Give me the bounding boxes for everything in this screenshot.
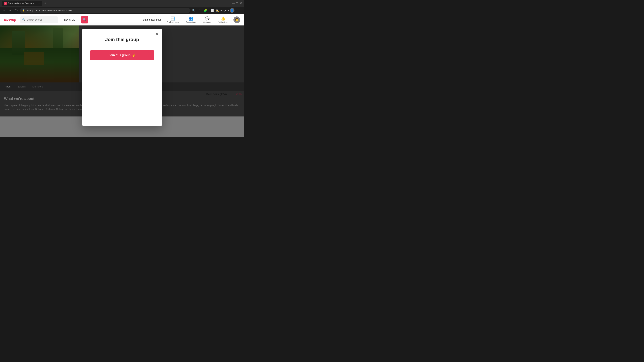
close-icon: ✕ — [156, 32, 158, 36]
join-hand-icon: ☝ — [132, 53, 136, 57]
tab-title: Dover Walkers for Exercise and — [8, 2, 36, 4]
modal-close-button[interactable]: ✕ — [154, 31, 160, 37]
search-input[interactable] — [27, 18, 56, 21]
search-submit-button[interactable]: 🔍 — [81, 16, 88, 23]
join-group-button[interactable]: Join this group ☝ — [90, 50, 154, 60]
extensions-icon[interactable]: 🧩 — [203, 8, 208, 13]
url-input[interactable] — [26, 9, 188, 12]
pro-dashboard-icon: 📊 — [171, 16, 175, 21]
search-bar[interactable]: 🔍 — [20, 16, 58, 23]
user-avatar[interactable]: 🧑 — [234, 16, 240, 23]
bookmark-icon[interactable]: ☆ — [197, 8, 202, 13]
window-controls: — ❐ ✕ — [232, 1, 242, 5]
user-profile-avatar[interactable]: 👤 — [230, 8, 234, 13]
browser-toolbar: ← → ↻ 🔒 🔍 ☆ 🧩 ⬜ 🕵 Incognito 👤 ▾ ⋮ — [0, 7, 244, 14]
profile-switcher-icon[interactable]: ⬜ — [210, 8, 214, 13]
browser-titlebar: Dover Walkers for Exercise and ✕ + — ❐ ✕ — [0, 0, 244, 7]
modal-overlay: ✕ Join this group Join this group ☝ — [0, 25, 244, 137]
profile-dropdown-arrow[interactable]: ▾ — [236, 9, 236, 11]
page-content: meetup 🔍 Dover, DE 🔍 Start a new group 📊… — [0, 14, 244, 137]
tab-favicon — [4, 2, 7, 5]
notifications-nav[interactable]: 🔔 Notifications — [217, 16, 230, 24]
browser-chrome: Dover Walkers for Exercise and ✕ + — ❐ ✕… — [0, 0, 244, 14]
browser-tabs: Dover Walkers for Exercise and ✕ + — [2, 1, 230, 6]
messages-icon: 💬 — [205, 16, 210, 21]
notifications-label: Notifications — [218, 21, 228, 23]
address-bar[interactable]: 🔒 — [20, 8, 190, 13]
browser-menu-button[interactable]: ⋮ — [238, 8, 242, 13]
join-group-modal: ✕ Join this group Join this group ☝ — [82, 29, 162, 126]
tab-close-btn[interactable]: ✕ — [38, 2, 40, 5]
incognito-icon: 🕵 — [216, 9, 219, 12]
search-icon: 🔍 — [22, 18, 26, 21]
refresh-button[interactable]: ↻ — [14, 8, 19, 13]
messages-label: Messages — [203, 21, 211, 23]
close-window-button[interactable]: ✕ — [240, 1, 242, 5]
meetup-header: meetup 🔍 Dover, DE 🔍 Start a new group 📊… — [0, 14, 244, 25]
start-group-button[interactable]: Start a new group — [143, 18, 162, 21]
incognito-badge: 🕵 Incognito — [216, 9, 229, 12]
notifications-icon: 🔔 — [221, 16, 226, 21]
incognito-label: Incognito — [220, 9, 229, 12]
lock-icon: 🔒 — [22, 9, 25, 11]
search-btn-icon: 🔍 — [83, 18, 86, 22]
meetup-logo[interactable]: meetup — [4, 17, 16, 22]
new-tab-btn[interactable]: + — [43, 1, 48, 6]
search-toolbar-icon[interactable]: 🔍 — [192, 8, 196, 13]
connections-icon: 👥 — [189, 16, 193, 21]
messages-nav[interactable]: 💬 Messages — [202, 16, 213, 24]
maximize-button[interactable]: ❐ — [236, 1, 238, 5]
pro-dashboard-label: Pro Dashboard — [167, 21, 179, 23]
connections-nav[interactable]: 👥 Connections — [185, 16, 198, 24]
active-tab[interactable]: Dover Walkers for Exercise and ✕ — [2, 1, 42, 6]
pro-dashboard-nav[interactable]: 📊 Pro Dashboard — [166, 16, 180, 24]
forward-button[interactable]: → — [8, 8, 13, 13]
location-display[interactable]: Dover, DE — [62, 18, 77, 21]
modal-title: Join this group — [105, 37, 139, 42]
background-overlay: lkers for Exercise ss ublic group ⓘ sten… — [0, 25, 244, 137]
back-button[interactable]: ← — [2, 8, 7, 13]
toolbar-icons: 🔍 ☆ 🧩 ⬜ 🕵 Incognito 👤 ▾ ⋮ — [192, 8, 242, 13]
connections-label: Connections — [186, 21, 196, 23]
join-button-label: Join this group — [109, 53, 130, 57]
minimize-button[interactable]: — — [232, 1, 234, 5]
